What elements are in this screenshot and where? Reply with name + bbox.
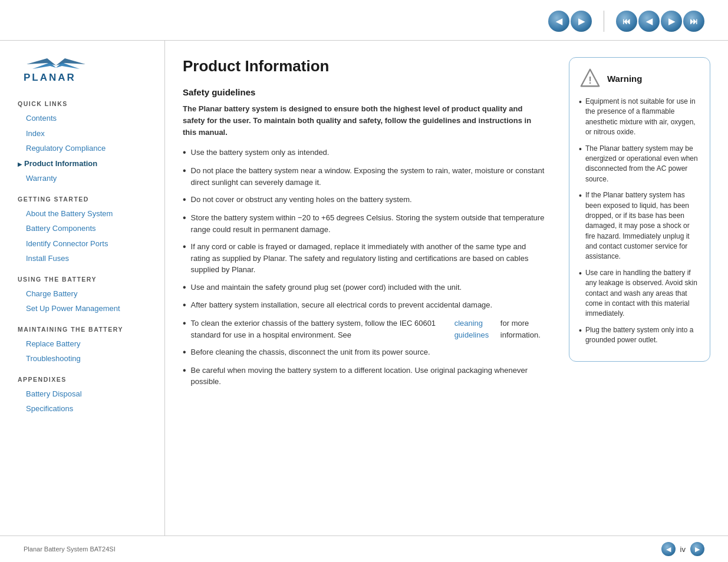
page-container: ◀ ▶ ⏮ ◀ ▶ ⏭ PL bbox=[0, 0, 728, 562]
using-battery-header: USING THE BATTERY bbox=[18, 276, 153, 283]
nav-buttons: ◀ ▶ ⏮ ◀ ▶ ⏭ bbox=[548, 11, 704, 32]
footer: Planar Battery System BAT24SI ◀ iv ▶ bbox=[0, 535, 728, 562]
nav-first-button[interactable]: ⏮ bbox=[616, 11, 637, 32]
warning-list-item: Use care in handling the battery if any … bbox=[579, 268, 700, 319]
warning-header: ! Warning bbox=[579, 67, 700, 90]
bullet-list: Use the battery system only as intended.… bbox=[183, 147, 545, 387]
sidebar-item-about-battery[interactable]: About the Battery System bbox=[18, 206, 153, 222]
sidebar-item-product-info[interactable]: Product Information bbox=[18, 156, 153, 171]
secondary-nav-group: ⏮ ◀ ▶ ⏭ bbox=[616, 11, 704, 32]
sidebar-item-install-fuses[interactable]: Install Fuses bbox=[18, 251, 153, 266]
content-right-layout: Product Information Safety guidelines Th… bbox=[165, 41, 728, 535]
content-area: Product Information Safety guidelines Th… bbox=[165, 41, 563, 535]
sidebar-item-index[interactable]: Index bbox=[18, 126, 153, 141]
footer-next-button[interactable]: ▶ bbox=[690, 542, 704, 556]
maintaining-header: MAINTAINING THE BATTERY bbox=[18, 326, 153, 333]
svg-text:!: ! bbox=[588, 75, 592, 86]
footer-text: Planar Battery System BAT24SI bbox=[24, 546, 116, 553]
warning-list-item: The Planar battery system may be energiz… bbox=[579, 144, 700, 185]
warning-icon: ! bbox=[579, 67, 601, 90]
sidebar-item-contents[interactable]: Contents bbox=[18, 111, 153, 126]
nav-prev-button[interactable]: ◀ bbox=[548, 11, 569, 32]
sidebar-item-setup-power[interactable]: Set Up Power Management bbox=[18, 301, 153, 316]
list-item: Do not place the battery system near a w… bbox=[183, 165, 545, 188]
footer-prev-button[interactable]: ◀ bbox=[661, 542, 676, 556]
warning-title: Warning bbox=[607, 74, 642, 84]
nav-forward-button[interactable]: ▶ bbox=[661, 11, 682, 32]
list-item: If any cord or cable is frayed or damage… bbox=[183, 241, 545, 276]
primary-nav-group: ◀ ▶ bbox=[548, 11, 592, 32]
warning-list: Equipment is not suitable for use in the… bbox=[579, 97, 700, 346]
list-item: Store the battery system within −20 to +… bbox=[183, 212, 545, 235]
nav-next-button[interactable]: ▶ bbox=[571, 11, 592, 32]
svg-text:PLANAR: PLANAR bbox=[24, 72, 76, 83]
sidebar-item-regulatory[interactable]: Regulatory Compliance bbox=[18, 141, 153, 156]
sidebar-item-battery-disposal[interactable]: Battery Disposal bbox=[18, 386, 153, 402]
warning-box: ! Warning Equipment is not suitable for … bbox=[569, 57, 710, 362]
intro-text: The Planar battery system is designed to… bbox=[183, 103, 545, 138]
list-item: Before cleaning the chassis, disconnect … bbox=[183, 346, 545, 359]
nav-back-button[interactable]: ◀ bbox=[638, 11, 660, 32]
warning-list-item: Equipment is not suitable for use in the… bbox=[579, 97, 700, 138]
footer-page-number: iv bbox=[680, 545, 686, 554]
appendixes-header: APPENDIXES bbox=[18, 376, 153, 383]
sidebar: PLANAR QUICK LINKS Contents Index Regula… bbox=[0, 41, 165, 535]
sidebar-item-battery-components[interactable]: Battery Components bbox=[18, 221, 153, 236]
nav-separator bbox=[604, 11, 604, 32]
list-item: Do not cover or obstruct any venting hol… bbox=[183, 194, 545, 206]
nav-last-button[interactable]: ⏭ bbox=[683, 11, 704, 32]
sidebar-item-replace-battery[interactable]: Replace Battery bbox=[18, 336, 153, 352]
list-item: After battery system installation, secur… bbox=[183, 299, 545, 312]
quick-links-header: QUICK LINKS bbox=[18, 100, 153, 107]
sidebar-item-specifications[interactable]: Specifications bbox=[18, 401, 153, 416]
list-item: Use the battery system only as intended. bbox=[183, 147, 545, 159]
page-title: Product Information bbox=[183, 57, 545, 75]
list-item: Use and maintain the safety ground plug … bbox=[183, 282, 545, 294]
sidebar-item-warranty[interactable]: Warranty bbox=[18, 171, 153, 186]
planar-logo: PLANAR bbox=[18, 52, 94, 85]
sidebar-item-identify-connector[interactable]: Identify Connector Ports bbox=[18, 236, 153, 252]
warning-list-item: If the Planar battery system has been ex… bbox=[579, 190, 700, 262]
list-item: Be careful when moving the battery syste… bbox=[183, 365, 545, 388]
sidebar-item-troubleshooting[interactable]: Troubleshooting bbox=[18, 351, 153, 366]
top-nav: ◀ ▶ ⏮ ◀ ▶ ⏭ bbox=[0, 0, 728, 41]
sidebar-item-charge-battery[interactable]: Charge Battery bbox=[18, 286, 153, 302]
getting-started-header: GETTING STARTED bbox=[18, 196, 153, 203]
section-title: Safety guidelines bbox=[183, 87, 545, 97]
cleaning-guidelines-link[interactable]: cleaning guidelines bbox=[454, 318, 496, 340]
footer-nav: ◀ iv ▶ bbox=[661, 542, 704, 556]
logo-area: PLANAR bbox=[18, 52, 153, 87]
main-layout: PLANAR QUICK LINKS Contents Index Regula… bbox=[0, 41, 728, 535]
list-item: To clean the exterior chassis of the bat… bbox=[183, 318, 545, 340]
warning-list-item: Plug the battery system only into a grou… bbox=[579, 325, 700, 346]
